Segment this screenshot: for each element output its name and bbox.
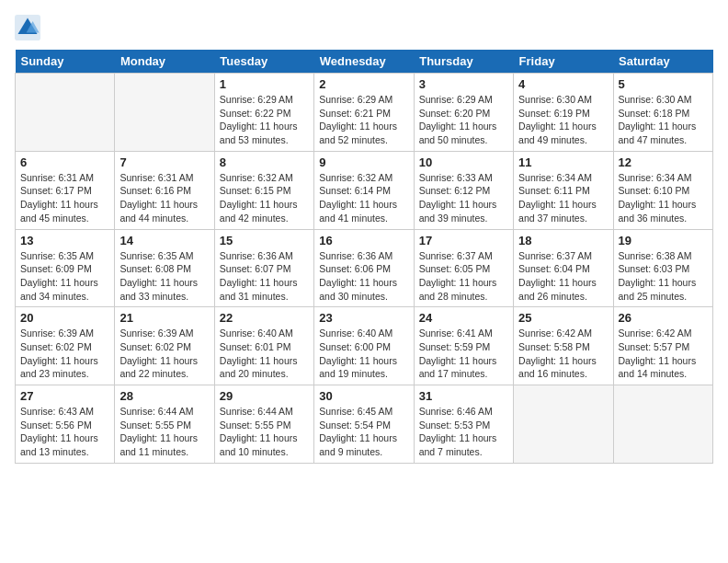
day-number: 25	[518, 311, 608, 325]
header-row: SundayMondayTuesdayWednesdayThursdayFrid…	[16, 50, 713, 74]
day-cell: 9Sunrise: 6:32 AMSunset: 6:14 PMDaylight…	[314, 151, 414, 229]
day-info: Sunrise: 6:35 AMSunset: 6:09 PMDaylight:…	[20, 249, 109, 304]
page-header	[15, 15, 713, 40]
day-info: Sunrise: 6:42 AMSunset: 5:57 PMDaylight:…	[619, 327, 708, 381]
day-number: 21	[119, 311, 209, 325]
calendar-table: SundayMondayTuesdayWednesdayThursdayFrid…	[15, 50, 713, 464]
day-info: Sunrise: 6:37 AMSunset: 6:05 PMDaylight:…	[419, 249, 508, 304]
day-number: 16	[319, 234, 408, 247]
day-cell: 22Sunrise: 6:40 AMSunset: 6:01 PMDayligh…	[214, 307, 313, 385]
week-row-2: 6Sunrise: 6:31 AMSunset: 6:17 PMDaylight…	[16, 151, 713, 229]
day-number: 24	[419, 311, 508, 325]
day-number: 22	[220, 311, 309, 325]
day-cell: 24Sunrise: 6:41 AMSunset: 5:59 PMDayligh…	[414, 307, 513, 385]
day-info: Sunrise: 6:46 AMSunset: 5:53 PMDaylight:…	[419, 405, 508, 459]
day-cell: 18Sunrise: 6:37 AMSunset: 6:04 PMDayligh…	[514, 229, 613, 307]
day-info: Sunrise: 6:35 AMSunset: 6:08 PMDaylight:…	[119, 249, 209, 304]
day-info: Sunrise: 6:39 AMSunset: 6:02 PMDaylight:…	[119, 327, 209, 381]
day-info: Sunrise: 6:31 AMSunset: 6:16 PMDaylight:…	[119, 171, 209, 225]
day-cell: 5Sunrise: 6:30 AMSunset: 6:18 PMDaylight…	[613, 74, 712, 152]
day-number: 11	[518, 155, 608, 169]
day-cell: 2Sunrise: 6:29 AMSunset: 6:21 PMDaylight…	[314, 74, 414, 152]
day-number: 19	[619, 234, 708, 247]
day-cell: 16Sunrise: 6:36 AMSunset: 6:06 PMDayligh…	[314, 229, 414, 307]
day-cell: 25Sunrise: 6:42 AMSunset: 5:58 PMDayligh…	[514, 307, 613, 385]
day-number: 28	[119, 389, 209, 403]
day-info: Sunrise: 6:30 AMSunset: 6:18 PMDaylight:…	[619, 93, 708, 147]
day-number: 29	[220, 389, 309, 403]
day-info: Sunrise: 6:29 AMSunset: 6:22 PMDaylight:…	[220, 93, 309, 147]
day-info: Sunrise: 6:32 AMSunset: 6:14 PMDaylight:…	[319, 171, 408, 225]
week-row-3: 13Sunrise: 6:35 AMSunset: 6:09 PMDayligh…	[16, 229, 713, 307]
day-cell: 11Sunrise: 6:34 AMSunset: 6:11 PMDayligh…	[514, 151, 613, 229]
day-info: Sunrise: 6:43 AMSunset: 5:56 PMDaylight:…	[20, 405, 109, 459]
day-cell: 27Sunrise: 6:43 AMSunset: 5:56 PMDayligh…	[16, 385, 115, 464]
day-cell: 30Sunrise: 6:45 AMSunset: 5:54 PMDayligh…	[314, 385, 414, 464]
day-cell: 7Sunrise: 6:31 AMSunset: 6:16 PMDaylight…	[115, 151, 214, 229]
col-header-thursday: Thursday	[414, 50, 513, 74]
logo-icon	[15, 15, 40, 40]
day-info: Sunrise: 6:30 AMSunset: 6:19 PMDaylight:…	[518, 93, 608, 147]
day-info: Sunrise: 6:44 AMSunset: 5:55 PMDaylight:…	[119, 405, 209, 459]
day-info: Sunrise: 6:44 AMSunset: 5:55 PMDaylight:…	[220, 405, 309, 459]
day-number: 9	[319, 155, 408, 169]
day-info: Sunrise: 6:42 AMSunset: 5:58 PMDaylight:…	[518, 327, 608, 381]
day-number: 10	[419, 155, 508, 169]
day-info: Sunrise: 6:41 AMSunset: 5:59 PMDaylight:…	[419, 327, 508, 381]
day-cell	[115, 74, 214, 152]
day-info: Sunrise: 6:29 AMSunset: 6:20 PMDaylight:…	[419, 93, 508, 147]
day-number: 2	[319, 77, 408, 91]
day-info: Sunrise: 6:34 AMSunset: 6:11 PMDaylight:…	[518, 171, 608, 225]
day-number: 17	[419, 234, 508, 247]
day-cell: 10Sunrise: 6:33 AMSunset: 6:12 PMDayligh…	[414, 151, 513, 229]
col-header-sunday: Sunday	[16, 50, 115, 74]
day-info: Sunrise: 6:36 AMSunset: 6:07 PMDaylight:…	[220, 249, 309, 304]
day-number: 3	[419, 77, 508, 91]
day-number: 6	[20, 155, 109, 169]
day-cell: 31Sunrise: 6:46 AMSunset: 5:53 PMDayligh…	[414, 385, 513, 464]
day-cell: 23Sunrise: 6:40 AMSunset: 6:00 PMDayligh…	[314, 307, 414, 385]
day-number: 26	[619, 311, 708, 325]
day-cell	[613, 385, 712, 464]
day-number: 31	[419, 389, 508, 403]
day-cell	[16, 74, 115, 152]
col-header-tuesday: Tuesday	[214, 50, 313, 74]
day-cell: 29Sunrise: 6:44 AMSunset: 5:55 PMDayligh…	[214, 385, 313, 464]
day-number: 8	[220, 155, 309, 169]
day-number: 4	[518, 77, 608, 91]
day-info: Sunrise: 6:39 AMSunset: 6:02 PMDaylight:…	[20, 327, 109, 381]
day-cell: 14Sunrise: 6:35 AMSunset: 6:08 PMDayligh…	[115, 229, 214, 307]
day-number: 1	[220, 77, 309, 91]
day-number: 13	[20, 234, 109, 247]
logo	[15, 15, 44, 40]
day-number: 7	[119, 155, 209, 169]
day-cell: 13Sunrise: 6:35 AMSunset: 6:09 PMDayligh…	[16, 229, 115, 307]
day-number: 14	[119, 234, 209, 247]
day-number: 27	[20, 389, 109, 403]
day-cell: 12Sunrise: 6:34 AMSunset: 6:10 PMDayligh…	[613, 151, 712, 229]
col-header-monday: Monday	[115, 50, 214, 74]
day-cell: 8Sunrise: 6:32 AMSunset: 6:15 PMDaylight…	[214, 151, 313, 229]
day-info: Sunrise: 6:40 AMSunset: 6:01 PMDaylight:…	[220, 327, 309, 381]
day-info: Sunrise: 6:38 AMSunset: 6:03 PMDaylight:…	[619, 249, 708, 304]
col-header-wednesday: Wednesday	[314, 50, 414, 74]
day-cell: 6Sunrise: 6:31 AMSunset: 6:17 PMDaylight…	[16, 151, 115, 229]
day-cell: 21Sunrise: 6:39 AMSunset: 6:02 PMDayligh…	[115, 307, 214, 385]
day-info: Sunrise: 6:32 AMSunset: 6:15 PMDaylight:…	[220, 171, 309, 225]
day-number: 18	[518, 234, 608, 247]
day-cell: 15Sunrise: 6:36 AMSunset: 6:07 PMDayligh…	[214, 229, 313, 307]
day-cell: 1Sunrise: 6:29 AMSunset: 6:22 PMDaylight…	[214, 74, 313, 152]
day-info: Sunrise: 6:31 AMSunset: 6:17 PMDaylight:…	[20, 171, 109, 225]
day-cell: 26Sunrise: 6:42 AMSunset: 5:57 PMDayligh…	[613, 307, 712, 385]
day-cell	[514, 385, 613, 464]
day-number: 20	[20, 311, 109, 325]
day-cell: 17Sunrise: 6:37 AMSunset: 6:05 PMDayligh…	[414, 229, 513, 307]
day-cell: 4Sunrise: 6:30 AMSunset: 6:19 PMDaylight…	[514, 74, 613, 152]
col-header-friday: Friday	[514, 50, 613, 74]
day-number: 12	[619, 155, 708, 169]
day-number: 30	[319, 389, 408, 403]
week-row-4: 20Sunrise: 6:39 AMSunset: 6:02 PMDayligh…	[16, 307, 713, 385]
day-cell: 28Sunrise: 6:44 AMSunset: 5:55 PMDayligh…	[115, 385, 214, 464]
day-number: 23	[319, 311, 408, 325]
day-cell: 3Sunrise: 6:29 AMSunset: 6:20 PMDaylight…	[414, 74, 513, 152]
